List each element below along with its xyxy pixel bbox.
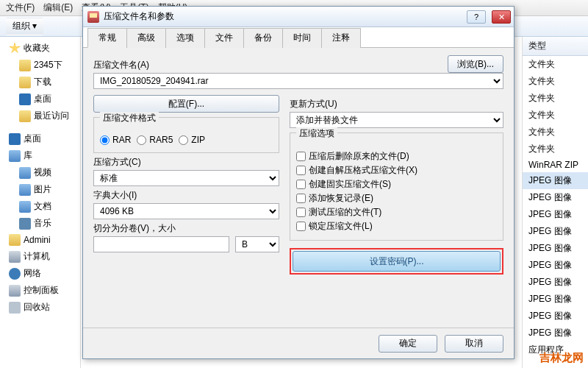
picture-icon bbox=[19, 184, 31, 196]
tab-advanced[interactable]: 高级 bbox=[126, 28, 166, 48]
tree-item[interactable]: 图片 bbox=[0, 181, 80, 198]
format-group: 压缩文件格式 RAR RAR5 ZIP bbox=[93, 117, 279, 153]
format-rar5[interactable]: RAR5 bbox=[137, 135, 173, 145]
recyclebin-icon bbox=[9, 302, 21, 314]
profiles-button[interactable]: 配置(F)... bbox=[93, 95, 279, 113]
close-button[interactable]: ✕ bbox=[492, 10, 511, 24]
document-icon bbox=[19, 201, 31, 213]
tab-backup[interactable]: 备份 bbox=[243, 28, 283, 48]
set-password-button[interactable]: 设置密码(P)... bbox=[293, 251, 501, 272]
dialog-tabs: 常规 高级 选项 文件 备份 时间 注释 bbox=[83, 27, 514, 48]
tree-item[interactable]: 音乐 bbox=[0, 215, 80, 232]
tab-general[interactable]: 常规 bbox=[87, 28, 127, 48]
folder-icon bbox=[19, 77, 31, 88]
dialog-title: 压缩文件名和参数 bbox=[104, 10, 461, 23]
type-row[interactable]: JPEG 图像 bbox=[523, 206, 588, 223]
archive-name-input[interactable]: IMG_20180529_204941.rar bbox=[93, 73, 503, 89]
organize-button[interactable]: 组织 ▾ bbox=[6, 18, 43, 35]
tree-admin[interactable]: Admini bbox=[0, 232, 80, 248]
type-column: 类型 文件夹文件夹文件夹文件夹文件夹文件夹WinRAR ZIPJPEG 图像JP… bbox=[522, 37, 588, 368]
type-row[interactable]: 文件夹 bbox=[523, 56, 588, 73]
type-column-header[interactable]: 类型 bbox=[523, 37, 588, 56]
options-group: 压缩选项 压缩后删除原来的文件(D) 创建自解压格式压缩文件(X) 创建固实压缩… bbox=[290, 132, 503, 241]
tree-item[interactable]: 最近访问 bbox=[0, 107, 80, 124]
type-row[interactable]: JPEG 图像 bbox=[523, 240, 588, 257]
user-icon bbox=[9, 234, 21, 246]
opt-recovery[interactable]: 添加恢复记录(E) bbox=[296, 192, 497, 205]
format-zip[interactable]: ZIP bbox=[179, 135, 205, 145]
tab-body: 压缩文件名(A) 浏览(B)... IMG_20180529_204941.ra… bbox=[83, 48, 514, 279]
tab-files[interactable]: 文件 bbox=[204, 28, 244, 48]
tree-item[interactable]: 文档 bbox=[0, 198, 80, 215]
library-icon bbox=[9, 150, 21, 162]
type-row[interactable]: 文件夹 bbox=[523, 90, 588, 107]
dict-label: 字典大小(I) bbox=[93, 189, 279, 202]
tree-item[interactable]: 下载 bbox=[0, 74, 80, 91]
format-rar[interactable]: RAR bbox=[100, 135, 131, 145]
tab-time[interactable]: 时间 bbox=[282, 28, 322, 48]
winrar-icon bbox=[87, 11, 99, 23]
type-row[interactable]: JPEG 图像 bbox=[523, 223, 588, 240]
update-mode-label: 更新方式(U) bbox=[290, 98, 503, 110]
tree-item[interactable]: 2345下 bbox=[0, 57, 80, 74]
type-row[interactable]: JPEG 图像 bbox=[523, 172, 588, 189]
menu-file[interactable]: 文件(F) bbox=[6, 1, 35, 14]
opt-test[interactable]: 测试压缩的文件(T) bbox=[296, 206, 497, 219]
split-size-input[interactable] bbox=[93, 236, 229, 252]
archive-name-label: 压缩文件名(A) bbox=[93, 59, 442, 71]
opt-lock[interactable]: 锁定压缩文件(L) bbox=[296, 220, 497, 233]
tree-item[interactable]: 桌面 bbox=[0, 91, 80, 107]
archive-dialog: 压缩文件名和参数 ? ✕ 常规 高级 选项 文件 备份 时间 注释 压缩文件名(… bbox=[82, 6, 514, 359]
tree-controlpanel[interactable]: 控制面板 bbox=[0, 282, 80, 299]
tree-libraries[interactable]: 库 bbox=[0, 147, 80, 164]
watermark: 吉林龙网 bbox=[539, 351, 584, 365]
update-mode-select[interactable]: 添加并替换文件 bbox=[290, 112, 503, 128]
type-row[interactable]: JPEG 图像 bbox=[523, 189, 588, 206]
opt-solid[interactable]: 创建固实压缩文件(S) bbox=[296, 178, 497, 191]
computer-icon bbox=[9, 251, 21, 263]
folder-icon bbox=[19, 60, 31, 71]
tree-favorites[interactable]: 收藏夹 bbox=[0, 40, 80, 57]
controlpanel-icon bbox=[9, 285, 21, 297]
help-button[interactable]: ? bbox=[467, 10, 486, 24]
method-select[interactable]: 标准 bbox=[93, 170, 279, 186]
dialog-titlebar: 压缩文件名和参数 ? ✕ bbox=[83, 7, 514, 27]
type-row[interactable]: 文件夹 bbox=[523, 141, 588, 158]
type-row[interactable]: JPEG 图像 bbox=[523, 257, 588, 274]
tab-options[interactable]: 选项 bbox=[165, 28, 205, 48]
cancel-button[interactable]: 取消 bbox=[445, 335, 503, 353]
format-legend: 压缩文件格式 bbox=[100, 112, 159, 124]
tree-recyclebin[interactable]: 回收站 bbox=[0, 299, 80, 316]
options-legend: 压缩选项 bbox=[296, 127, 337, 140]
type-row[interactable]: 文件夹 bbox=[523, 107, 588, 124]
tree-computer[interactable]: 计算机 bbox=[0, 248, 80, 265]
type-row[interactable]: JPEG 图像 bbox=[523, 308, 588, 325]
password-highlight: 设置密码(P)... bbox=[290, 248, 503, 275]
opt-sfx[interactable]: 创建自解压格式压缩文件(X) bbox=[296, 164, 497, 177]
opt-delete-after[interactable]: 压缩后删除原来的文件(D) bbox=[296, 150, 497, 163]
tree-network[interactable]: 网络 bbox=[0, 265, 80, 282]
split-unit-select[interactable]: B bbox=[235, 236, 279, 252]
type-row[interactable]: 文件夹 bbox=[523, 124, 588, 141]
nav-tree: 收藏夹 2345下 下载 桌面 最近访问 桌面 库 视频 图片 文档 音乐 Ad… bbox=[0, 37, 81, 368]
split-label: 切分为分卷(V)，大小 bbox=[93, 222, 279, 235]
tree-desktop[interactable]: 桌面 bbox=[0, 130, 80, 147]
folder-icon bbox=[19, 110, 31, 122]
desktop-icon bbox=[19, 93, 31, 105]
dict-select[interactable]: 4096 KB bbox=[93, 203, 279, 219]
dialog-footer: 确定 取消 bbox=[83, 328, 514, 358]
type-row[interactable]: WinRAR ZIP bbox=[523, 158, 588, 172]
network-icon bbox=[9, 268, 21, 280]
type-row[interactable]: JPEG 图像 bbox=[523, 274, 588, 291]
tab-comment[interactable]: 注释 bbox=[321, 28, 361, 48]
type-row[interactable]: JPEG 图像 bbox=[523, 325, 588, 342]
star-icon bbox=[9, 43, 21, 54]
type-row[interactable]: JPEG 图像 bbox=[523, 291, 588, 308]
menu-edit[interactable]: 编辑(E) bbox=[43, 1, 73, 14]
type-row[interactable]: 文件夹 bbox=[523, 73, 588, 90]
browse-button[interactable]: 浏览(B)... bbox=[448, 55, 503, 73]
desktop-icon bbox=[9, 133, 21, 145]
ok-button[interactable]: 确定 bbox=[379, 335, 437, 353]
tree-item[interactable]: 视频 bbox=[0, 164, 80, 181]
method-label: 压缩方式(C) bbox=[93, 156, 279, 169]
